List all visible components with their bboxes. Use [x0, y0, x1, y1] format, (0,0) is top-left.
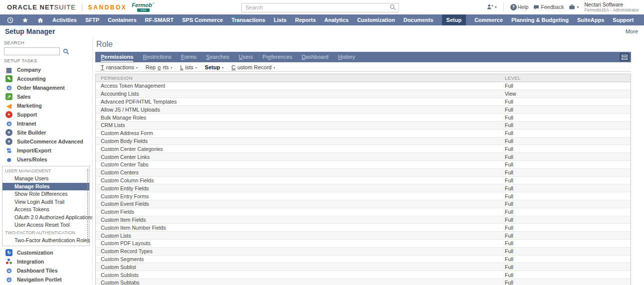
- sidebar-item-order-management[interactable]: ⚙Order Management: [4, 83, 92, 92]
- permission-row[interactable]: Custom SublistFull: [96, 263, 631, 271]
- permission-row[interactable]: Access Token ManagementFull: [96, 82, 631, 90]
- subtab-bullet-icon: •: [196, 65, 197, 70]
- permission-row[interactable]: Custom SubtabsFull: [96, 279, 631, 285]
- nav-item-customization[interactable]: Customization: [357, 14, 395, 25]
- more-link[interactable]: More: [626, 28, 638, 34]
- permission-row[interactable]: Advanced PDF/HTML TemplatesFull: [96, 98, 631, 106]
- nav-item-sps-commerce[interactable]: SPS Commerce: [182, 14, 223, 25]
- nav-item-containers[interactable]: Containers: [108, 14, 136, 25]
- sidebar-item-intranet[interactable]: ⚙Intranet: [4, 119, 92, 128]
- sidebar-item-customization[interactable]: ↻Customization: [4, 248, 92, 257]
- nav-item-setup[interactable]: Setup: [442, 14, 466, 25]
- sidebar-item-accounting[interactable]: ✎Accounting: [4, 74, 92, 83]
- sidebar-item-site-builder[interactable]: ×Site Builder: [4, 128, 92, 137]
- sidebar-item-two-factor-authentication-roles[interactable]: Two-Factor Authentication Roles: [2, 237, 89, 245]
- permission-row[interactable]: Accounting ListsView: [96, 90, 631, 98]
- permission-row[interactable]: Custom Item Number FieldsFull: [96, 224, 631, 232]
- sidebar-item-show-role-differences[interactable]: Show Role Differences: [2, 190, 89, 198]
- sidebar-item-access-tokens[interactable]: Access Tokens: [2, 206, 89, 214]
- permission-row[interactable]: Custom Entity FieldsFull: [96, 184, 631, 192]
- permission-row[interactable]: Custom Column FieldsFull: [96, 177, 631, 185]
- nav-item-documents[interactable]: Documents: [404, 14, 433, 25]
- sidebar-search-input[interactable]: [4, 47, 60, 55]
- recent-records-icon[interactable]: [7, 17, 13, 23]
- sidebar-item-suitecommerce-advanced[interactable]: ×SuiteCommerce Advanced: [4, 137, 92, 146]
- permission-row[interactable]: Custom Record TypesFull: [96, 248, 631, 256]
- sidebar-item-support[interactable]: +Support: [4, 110, 92, 119]
- account-menu[interactable]: ▾: [568, 3, 579, 10]
- search-icon[interactable]: [390, 4, 396, 10]
- permission-row[interactable]: Custom Event FieldsFull: [96, 200, 631, 208]
- subtab-setup[interactable]: Setup•: [205, 64, 223, 70]
- user-management-panel: USER MANAGEMENTManage UsersManage RolesS…: [2, 166, 90, 246]
- persona-switch-icon[interactable]: ▾: [486, 3, 497, 10]
- subtab-reports[interactable]: Reports•: [146, 64, 172, 70]
- nav-item-commerce[interactable]: Commerce: [474, 14, 503, 25]
- sidebar-search-icon[interactable]: [63, 48, 69, 55]
- permission-row[interactable]: Custom Center LinksFull: [96, 153, 631, 161]
- tab-preferences[interactable]: Preferences: [262, 52, 292, 62]
- nav-item-analytics[interactable]: Analytics: [324, 14, 349, 25]
- nav-item-support[interactable]: Support: [613, 14, 634, 25]
- permission-row[interactable]: Custom CentersFull: [96, 169, 631, 177]
- permission-row[interactable]: Custom Body FieldsFull: [96, 138, 631, 145]
- sidebar-item-user-access-reset-tool[interactable]: User Access Reset Tool: [2, 221, 89, 229]
- sidebar-item-manage-roles[interactable]: Manage Roles: [2, 183, 89, 191]
- nav-item-sftp[interactable]: SFTP: [85, 14, 99, 25]
- nav-item-suiteapps[interactable]: SuiteApps: [577, 14, 604, 25]
- shortcuts-icon[interactable]: [22, 17, 28, 23]
- nav-item-activities[interactable]: Activities: [52, 14, 77, 25]
- permission-row[interactable]: Custom Address FormFull: [96, 130, 631, 138]
- permission-row[interactable]: Allow JS / HTML UploadsFull: [96, 106, 631, 114]
- sidebar-item-view-login-audit-trail[interactable]: View Login Audit Trail: [2, 198, 89, 206]
- sidebar-item-users-roles[interactable]: ☻Users/Roles: [4, 155, 92, 164]
- permission-row[interactable]: Custom SublistsFull: [96, 271, 631, 279]
- permission-row[interactable]: CRM ListsFull: [96, 122, 631, 130]
- user-info[interactable]: Nectari Software FermobUSA - Administrat…: [584, 1, 639, 13]
- oracle-netsuite-logo[interactable]: ORACLE NETSUITE: [7, 3, 76, 11]
- nav-item-planning-budgeting[interactable]: Planning & Budgeting: [511, 14, 569, 25]
- sidebar-item-company[interactable]: ▦Company: [4, 65, 92, 74]
- permission-level: Full: [505, 83, 513, 89]
- sidebar-item-manage-users[interactable]: Manage Users: [2, 175, 89, 183]
- permission-row[interactable]: Custom PDF LayoutsFull: [96, 240, 631, 248]
- permission-row[interactable]: Bulk Manage RolesFull: [96, 114, 631, 122]
- two-factor-section-label: TWO-FACTOR AUTHENTICATION: [2, 229, 89, 237]
- permission-row[interactable]: Custom ListsFull: [96, 232, 631, 240]
- tab-searches[interactable]: Searches: [206, 52, 229, 62]
- sidebar-item-import-export[interactable]: ⇅Import/Export: [4, 146, 92, 155]
- nav-item-reports[interactable]: Reports: [295, 14, 316, 25]
- account-logo[interactable]: Fermob✓ USA: [132, 2, 155, 12]
- subtab-transactions[interactable]: Transactions•: [101, 64, 138, 70]
- subtab-lists[interactable]: Lists•: [180, 64, 197, 70]
- tab-restrictions[interactable]: Restrictions: [143, 52, 171, 62]
- permission-row[interactable]: Custom FieldsFull: [96, 208, 631, 216]
- permission-row[interactable]: Custom SegmentsFull: [96, 256, 631, 264]
- tab-history[interactable]: History: [338, 52, 355, 62]
- home-icon[interactable]: [37, 17, 44, 23]
- global-search-input[interactable]: [241, 3, 399, 12]
- sidebar-item-marketing[interactable]: ◀Marketing: [4, 101, 92, 110]
- sidebar-item-navigation-portlet[interactable]: ⚙Navigation Portlet: [4, 275, 92, 284]
- sidebar-item-dashboard-tiles[interactable]: ⚙Dashboard Tiles: [4, 266, 92, 275]
- tab-permissions[interactable]: Permissions: [101, 52, 133, 62]
- tab-forms[interactable]: Forms: [181, 52, 197, 62]
- permission-level: Full: [505, 209, 513, 215]
- sidebar-item-integration[interactable]: Integration: [4, 257, 92, 266]
- permission-level: Full: [505, 256, 513, 262]
- feedback-menu[interactable]: Feedback: [533, 4, 564, 10]
- subtab-custom-record[interactable]: Custom Record•: [231, 64, 275, 70]
- permission-row[interactable]: Custom Entry FormsFull: [96, 192, 631, 200]
- list-view-toggle-button[interactable]: [620, 53, 630, 61]
- help-menu[interactable]: ? Help: [510, 4, 529, 10]
- sidebar-item-sales[interactable]: ↗Sales: [4, 92, 92, 101]
- permission-row[interactable]: Custom Center CategoriesFull: [96, 145, 631, 153]
- nav-item-rf-smart[interactable]: RF-SMART: [145, 14, 174, 25]
- nav-item-transactions[interactable]: Transactions: [231, 14, 265, 25]
- sidebar-item-oauth-2-0-authorized-applications[interactable]: OAuth 2.0 Authorized Applications: [2, 214, 89, 222]
- nav-item-lists[interactable]: Lists: [274, 14, 287, 25]
- permission-row[interactable]: Custom Center TabsFull: [96, 161, 631, 169]
- tab-dashboard[interactable]: Dashboard: [302, 52, 329, 62]
- permission-row[interactable]: Custom Item FieldsFull: [96, 216, 631, 224]
- tab-users[interactable]: Users: [239, 52, 253, 62]
